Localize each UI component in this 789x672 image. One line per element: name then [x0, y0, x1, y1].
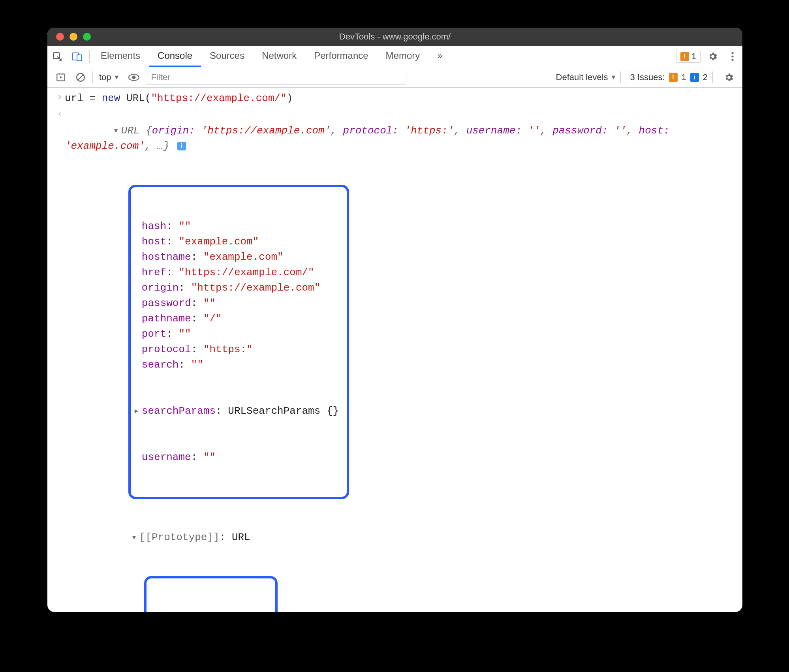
property-row[interactable]: host: "example.com" [135, 234, 339, 250]
property-row[interactable]: hostname: "example.com" [135, 250, 339, 265]
tab-network[interactable]: Network [253, 46, 305, 67]
info-icon[interactable]: i [177, 142, 186, 150]
svg-point-5 [731, 59, 733, 61]
log-levels-selector[interactable]: Default levels ▼ [556, 72, 617, 83]
own-properties: hash: ""host: "example.com"hostname: "ex… [47, 170, 742, 514]
warnings-badge[interactable]: ! 1 [676, 50, 701, 63]
titlebar: DevTools - www.google.com/ [47, 28, 742, 46]
expand-icon[interactable] [132, 530, 139, 545]
issues-button[interactable]: 3 Issues: !1 i2 [625, 71, 713, 84]
filter-input[interactable] [146, 70, 406, 85]
console-toolbar: top ▼ Default levels ▼ 3 Issues: !1 i2 [47, 67, 742, 88]
result-icon: ‹ [54, 108, 65, 121]
svg-point-9 [132, 75, 136, 79]
property-row[interactable]: hash: (...) [151, 609, 268, 612]
property-row[interactable]: href: "https://example.com/" [135, 265, 339, 280]
tab-memory[interactable]: Memory [377, 46, 429, 67]
warning-icon: ! [669, 73, 678, 82]
divider [92, 71, 93, 83]
property-row[interactable]: port: "" [135, 327, 339, 342]
property-row[interactable]: hash: "" [135, 219, 339, 234]
property-row[interactable]: username: "" [135, 450, 339, 465]
svg-point-4 [731, 55, 733, 57]
minimize-icon[interactable] [70, 33, 77, 41]
devtools-window: DevTools - www.google.com/ Elements Cons… [47, 28, 742, 612]
caret-down-icon: ▼ [611, 74, 617, 81]
property-row[interactable]: search: "" [135, 357, 339, 373]
inspect-icon[interactable] [47, 46, 67, 67]
console-body[interactable]: › url = new URL("https://example.com/") … [47, 88, 742, 612]
settings-icon[interactable] [703, 46, 723, 67]
clear-console-icon[interactable] [73, 69, 88, 85]
traffic-lights [56, 33, 91, 41]
divider [620, 71, 621, 83]
console-input-row: › url = new URL("https://example.com/") [47, 90, 742, 107]
device-toggle-icon[interactable] [67, 46, 87, 67]
levels-label: Default levels [556, 72, 608, 83]
kebab-icon[interactable] [723, 46, 742, 67]
live-expression-icon[interactable] [126, 69, 142, 85]
prompt-icon: › [54, 91, 65, 104]
context-selector[interactable]: top ▼ [97, 72, 122, 83]
divider [717, 71, 717, 83]
prototype-row[interactable]: [[Prototype]]: URL [47, 514, 742, 561]
caret-down-icon: ▼ [114, 74, 120, 81]
tab-list: Elements Console Sources Network Perform… [92, 46, 451, 67]
svg-rect-2 [77, 55, 82, 61]
info-icon: i [690, 73, 699, 82]
tab-performance[interactable]: Performance [305, 46, 377, 67]
tab-elements[interactable]: Elements [92, 46, 149, 67]
tab-overflow[interactable]: » [428, 46, 451, 67]
tab-console[interactable]: Console [149, 46, 201, 67]
property-row[interactable]: pathname: "/" [135, 311, 339, 327]
console-output-row: ‹ URL {origin: 'https://example.com', pr… [47, 107, 742, 170]
issues-label: 3 Issues: [630, 72, 665, 83]
panel-tabs: Elements Console Sources Network Perform… [47, 46, 742, 67]
window-title: DevTools - www.google.com/ [47, 32, 742, 42]
svg-point-3 [731, 52, 733, 54]
expand-icon[interactable] [135, 404, 142, 419]
property-row[interactable]: password: "" [135, 296, 339, 311]
issues-warn-count: 1 [682, 72, 686, 83]
object-summary[interactable]: URL {origin: 'https://example.com', prot… [65, 108, 735, 169]
divider [89, 50, 90, 63]
warning-icon: ! [680, 52, 689, 61]
console-settings-icon[interactable] [721, 69, 737, 85]
tab-sources[interactable]: Sources [201, 46, 253, 67]
proto-getters: hash: (...)host: (...)hostname: (...)hre… [47, 561, 742, 612]
warnings-count: 1 [691, 51, 696, 62]
property-row[interactable]: origin: "https://example.com" [135, 280, 339, 296]
expand-icon[interactable] [114, 123, 121, 139]
context-label: top [99, 72, 111, 83]
sidebar-toggle-icon[interactable] [53, 69, 69, 85]
close-icon[interactable] [56, 33, 64, 41]
zoom-icon[interactable] [83, 33, 91, 41]
property-row[interactable]: protocol: "https:" [135, 342, 339, 357]
property-row[interactable]: searchParams: URLSearchParams {} [135, 404, 339, 419]
console-input[interactable]: url = new URL("https://example.com/") [65, 91, 735, 106]
issues-info-count: 2 [703, 72, 708, 83]
